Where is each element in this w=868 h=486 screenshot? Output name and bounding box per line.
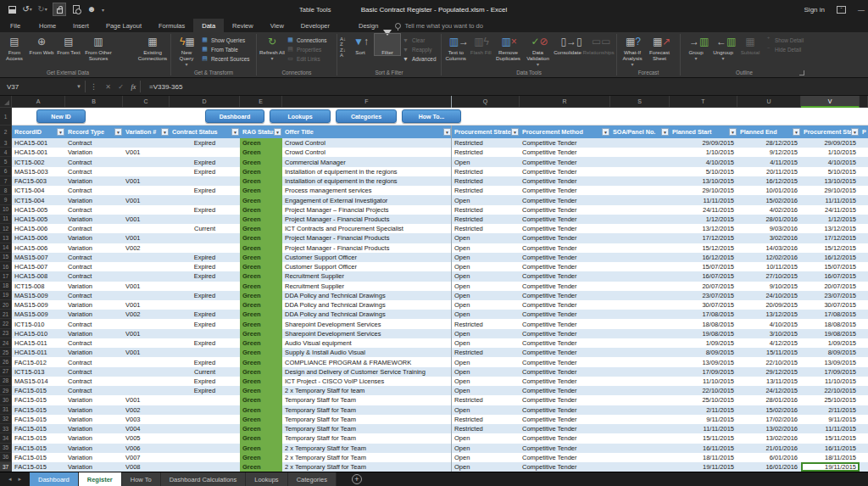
cell-procurement-method[interactable]: Competitive Tender [520,157,610,166]
cell-planned-end[interactable]: 6/01/2016 [737,453,801,462]
cell-offer-title[interactable]: Audio Visual equipment [282,338,452,348]
cell-rag-status[interactable]: Green [240,377,282,386]
cell-offer-title[interactable]: ICT Contracts and Procurement Specialist [282,224,452,233]
cell-variation[interactable] [123,367,170,377]
cell-offer-title[interactable]: ICT Project - CISCO VoIP Licenses [282,377,452,386]
save-icon[interactable] [7,4,17,14]
cell-partial[interactable] [860,377,868,386]
header-soa-panel-no[interactable]: SOA/Panel No.▼ [610,126,670,138]
cell-planned-end[interactable]: 9/03/2016 [737,224,801,233]
cell-rag-status[interactable]: Green [240,205,282,215]
cell-procurement-strategy[interactable]: Open [452,291,520,300]
cell-procurement-start[interactable]: 5/10/2015 [801,167,860,176]
recent-sources-button[interactable]: ▤ Recent Sources [201,54,249,63]
row-number[interactable]: 26 [0,357,12,366]
cell-record-type[interactable]: Contract [65,138,123,148]
cell-recordid[interactable]: FAC15-015 [12,433,65,443]
sheet-scroll-right-icon[interactable]: ▸ [19,476,22,483]
cell-procurement-strategy[interactable]: Restricted [452,215,520,224]
cell-rag-status[interactable]: Green [240,271,282,281]
cell-procurement-start[interactable]: 4/10/2015 [801,157,860,166]
cell-soa-panel-no[interactable] [610,424,670,433]
cell-variation[interactable]: V001 [123,233,170,243]
cell-record-type[interactable]: Variation [65,395,123,405]
cell-procurement-method[interactable]: Competitive Tender [520,405,610,415]
cell-procurement-strategy[interactable]: Open [452,433,520,443]
name-box-dropdown-icon[interactable]: ▼ [76,84,85,89]
cell-contract-status[interactable]: Expired [170,310,240,319]
row-number[interactable]: 30 [0,395,12,405]
cell-record-type[interactable]: Contract [65,224,123,233]
cell-contract-status[interactable] [170,215,240,224]
cell-procurement-method[interactable]: Competitive Tender [520,367,610,377]
cell-planned-start[interactable]: 19/11/2015 [670,462,737,472]
cell-planned-start[interactable]: 5/10/2015 [670,167,737,176]
cell-procurement-start[interactable]: 24/11/2015 [801,205,860,215]
cell-variation[interactable] [123,253,170,262]
cell-procurement-start[interactable]: 17/09/2015 [801,367,860,377]
cell-procurement-method[interactable]: Competitive Tender [520,462,610,472]
cell-planned-start[interactable]: 11/10/2015 [670,377,737,386]
cell-contract-status[interactable] [170,233,240,243]
proofing-icon[interactable] [71,4,81,14]
cell-contract-status[interactable] [170,195,240,204]
cell-recordid[interactable]: ICT15-008 [12,282,65,291]
col-header-d[interactable]: D [170,96,240,108]
cell-recordid[interactable]: ICT15-004 [12,186,65,195]
cell-procurement-method[interactable]: Competitive Tender [520,262,610,271]
header-procurement-method[interactable]: Procurement Method▼ [520,126,610,138]
cell-planned-end[interactable]: 9/12/2015 [737,148,801,157]
cell-offer-title[interactable]: Supply & Install Audio Visual [282,348,452,357]
remove-duplicates-button[interactable]: ▥× Remove Duplicates [494,34,522,61]
cell-contract-status[interactable]: Expired [170,377,240,386]
cell-soa-panel-no[interactable] [610,453,670,462]
enter-icon[interactable]: ✓ [114,83,127,91]
header-procurement-status[interactable]: Procurement Status▼ [801,126,860,138]
cell-procurement-method[interactable]: Competitive Tender [520,148,610,157]
cell-offer-title[interactable]: COMPLIANCE PROGRAM & FRAMEWORK [282,357,452,366]
row-number[interactable]: 18 [0,282,12,291]
filter-dropdown-icon[interactable]: ▼ [729,128,737,136]
cell-procurement-method[interactable]: Competitive Tender [520,386,610,395]
show-queries-button[interactable]: ▦ Show Queries [201,36,249,44]
cell-contract-status[interactable] [170,433,240,443]
cell-variation[interactable] [123,291,170,300]
cell-soa-panel-no[interactable] [610,329,670,338]
cell-contract-status[interactable] [170,329,240,338]
cell-planned-start[interactable]: 8/09/2015 [670,348,737,357]
cell-offer-title[interactable]: Sharepoint Development Services [282,329,452,338]
select-all-corner[interactable] [0,96,12,108]
header-partial[interactable]: P [860,126,868,138]
cell-offer-title[interactable]: Temporary Staff for Team [282,433,452,443]
cell-record-type[interactable]: Contract [65,271,123,281]
cell-procurement-start[interactable]: 15/11/2015 [801,433,860,443]
cell-procurement-start[interactable]: 8/09/2015 [801,348,860,357]
filter-button[interactable]: Filter [375,34,400,55]
cell-procurement-strategy[interactable]: Open [452,444,520,453]
cell-contract-status[interactable] [170,405,240,415]
cell-soa-panel-no[interactable] [610,462,670,472]
col-header-b[interactable]: B [65,96,123,108]
cell-rag-status[interactable]: Green [240,329,282,338]
show-detail-button[interactable]: ⁺ Show Detail [765,36,804,44]
cell-soa-panel-no[interactable] [610,300,670,310]
new-query-button[interactable]: ϟ▦ New Query ▾ [174,34,199,68]
cell-variation[interactable] [123,357,170,366]
cell-partial[interactable] [860,395,868,405]
cell-contract-status[interactable]: Expired [170,157,240,166]
cell-procurement-strategy[interactable]: Open [452,386,520,395]
cell-record-type[interactable]: Contract [65,338,123,348]
cell-offer-title[interactable]: Temporary Staff for Team [282,405,452,415]
cell-contract-status[interactable]: Expired [170,253,240,262]
cell-variation[interactable] [123,205,170,215]
cell-recordid[interactable]: MAS15-003 [12,167,65,176]
cell-record-type[interactable]: Variation [65,453,123,462]
cell-variation[interactable]: V001 [123,176,170,186]
cell-planned-end[interactable]: 16/12/2015 [737,176,801,186]
consolidate-button[interactable]: ▯→▯ Consolidate [554,34,581,55]
cell-planned-end[interactable]: 20/11/2015 [737,167,801,176]
cell-procurement-start[interactable]: 15/12/2015 [801,243,860,253]
from-text-button[interactable]: ▤ From Text [56,34,81,55]
cell-procurement-strategy[interactable]: Restricted [452,424,520,433]
cell-planned-start[interactable]: 13/10/2015 [670,176,737,186]
